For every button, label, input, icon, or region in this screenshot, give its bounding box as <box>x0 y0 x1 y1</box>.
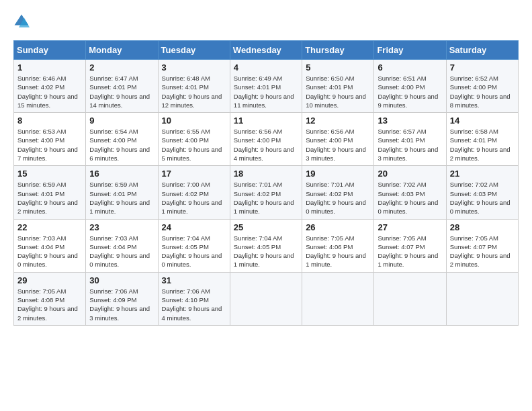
calendar-header-row: SundayMondayTuesdayWednesdayThursdayFrid… <box>14 41 519 60</box>
calendar-cell: 9Sunrise: 6:54 AMSunset: 4:00 PMDaylight… <box>86 113 158 166</box>
calendar-cell: 23Sunrise: 7:03 AMSunset: 4:04 PMDayligh… <box>86 219 158 272</box>
day-number: 13 <box>378 116 442 126</box>
day-info: Sunrise: 6:48 AMSunset: 4:01 PMDaylight:… <box>162 74 226 109</box>
day-info: Sunrise: 7:06 AMSunset: 4:10 PMDaylight:… <box>162 287 226 322</box>
day-number: 24 <box>162 222 226 232</box>
calendar-cell <box>374 272 446 325</box>
day-number: 12 <box>306 116 370 126</box>
day-info: Sunrise: 6:54 AMSunset: 4:00 PMDaylight:… <box>89 127 154 163</box>
day-number: 29 <box>17 275 82 285</box>
day-number: 8 <box>17 116 82 126</box>
day-number: 4 <box>234 62 298 73</box>
day-number: 27 <box>378 222 442 232</box>
calendar-week-row: 22Sunrise: 7:03 AMSunset: 4:04 PMDayligh… <box>14 219 519 272</box>
calendar-week-row: 8Sunrise: 6:53 AMSunset: 4:00 PMDaylight… <box>14 113 519 166</box>
weekday-header: Tuesday <box>158 41 230 60</box>
day-number: 28 <box>450 222 515 232</box>
day-info: Sunrise: 6:55 AMSunset: 4:00 PMDaylight:… <box>162 127 226 163</box>
calendar-cell: 6Sunrise: 6:51 AMSunset: 4:00 PMDaylight… <box>374 60 446 113</box>
day-info: Sunrise: 6:59 AMSunset: 4:01 PMDaylight:… <box>17 180 82 216</box>
day-number: 25 <box>234 222 298 232</box>
calendar-week-row: 1Sunrise: 6:46 AMSunset: 4:02 PMDaylight… <box>14 60 519 113</box>
day-number: 2 <box>89 62 154 73</box>
calendar-week-row: 29Sunrise: 7:05 AMSunset: 4:08 PMDayligh… <box>14 272 519 325</box>
calendar-cell: 3Sunrise: 6:48 AMSunset: 4:01 PMDaylight… <box>158 60 230 113</box>
calendar-cell: 11Sunrise: 6:56 AMSunset: 4:00 PMDayligh… <box>230 113 302 166</box>
calendar-cell: 29Sunrise: 7:05 AMSunset: 4:08 PMDayligh… <box>14 272 86 325</box>
calendar-cell: 30Sunrise: 7:06 AMSunset: 4:09 PMDayligh… <box>86 272 158 325</box>
weekday-header: Monday <box>86 41 158 60</box>
day-number: 19 <box>306 169 370 179</box>
calendar-cell: 5Sunrise: 6:50 AMSunset: 4:01 PMDaylight… <box>302 60 374 113</box>
day-info: Sunrise: 6:53 AMSunset: 4:00 PMDaylight:… <box>17 127 82 163</box>
day-info: Sunrise: 6:52 AMSunset: 4:00 PMDaylight:… <box>450 74 515 109</box>
day-info: Sunrise: 7:04 AMSunset: 4:05 PMDaylight:… <box>162 234 226 269</box>
day-info: Sunrise: 7:05 AMSunset: 4:07 PMDaylight:… <box>450 234 515 269</box>
calendar-table: SundayMondayTuesdayWednesdayThursdayFrid… <box>13 40 519 326</box>
day-number: 15 <box>17 169 82 179</box>
calendar-cell: 31Sunrise: 7:06 AMSunset: 4:10 PMDayligh… <box>158 272 230 325</box>
day-number: 31 <box>162 275 226 285</box>
day-info: Sunrise: 7:03 AMSunset: 4:04 PMDaylight:… <box>89 234 154 269</box>
day-info: Sunrise: 6:59 AMSunset: 4:01 PMDaylight:… <box>89 180 154 216</box>
day-number: 17 <box>162 169 226 179</box>
day-number: 22 <box>17 222 82 232</box>
calendar-cell: 8Sunrise: 6:53 AMSunset: 4:00 PMDaylight… <box>14 113 86 166</box>
day-number: 18 <box>234 169 298 179</box>
calendar-cell <box>302 272 374 325</box>
weekday-header: Wednesday <box>230 41 302 60</box>
day-info: Sunrise: 7:02 AMSunset: 4:03 PMDaylight:… <box>378 180 442 216</box>
day-number: 9 <box>89 116 154 126</box>
day-info: Sunrise: 7:04 AMSunset: 4:05 PMDaylight:… <box>234 234 298 269</box>
calendar-cell: 19Sunrise: 7:01 AMSunset: 4:02 PMDayligh… <box>302 166 374 219</box>
day-number: 5 <box>306 62 370 73</box>
day-number: 10 <box>162 116 226 126</box>
calendar-cell: 18Sunrise: 7:01 AMSunset: 4:02 PMDayligh… <box>230 166 302 219</box>
day-info: Sunrise: 7:05 AMSunset: 4:08 PMDaylight:… <box>17 287 82 322</box>
calendar-cell: 13Sunrise: 6:57 AMSunset: 4:01 PMDayligh… <box>374 113 446 166</box>
day-info: Sunrise: 6:57 AMSunset: 4:01 PMDaylight:… <box>378 127 442 163</box>
calendar-cell: 28Sunrise: 7:05 AMSunset: 4:07 PMDayligh… <box>446 219 518 272</box>
calendar-cell: 27Sunrise: 7:05 AMSunset: 4:07 PMDayligh… <box>374 219 446 272</box>
day-info: Sunrise: 6:51 AMSunset: 4:00 PMDaylight:… <box>378 74 442 109</box>
day-info: Sunrise: 6:56 AMSunset: 4:00 PMDaylight:… <box>306 127 370 163</box>
calendar-cell: 1Sunrise: 6:46 AMSunset: 4:02 PMDaylight… <box>14 60 86 113</box>
calendar-cell: 10Sunrise: 6:55 AMSunset: 4:00 PMDayligh… <box>158 113 230 166</box>
day-info: Sunrise: 6:56 AMSunset: 4:00 PMDaylight:… <box>234 127 298 163</box>
calendar-cell: 16Sunrise: 6:59 AMSunset: 4:01 PMDayligh… <box>86 166 158 219</box>
day-number: 11 <box>234 116 298 126</box>
day-number: 30 <box>89 275 154 285</box>
day-info: Sunrise: 7:02 AMSunset: 4:03 PMDaylight:… <box>450 180 515 216</box>
calendar-cell: 24Sunrise: 7:04 AMSunset: 4:05 PMDayligh… <box>158 219 230 272</box>
calendar-cell: 17Sunrise: 7:00 AMSunset: 4:02 PMDayligh… <box>158 166 230 219</box>
day-number: 14 <box>450 116 515 126</box>
day-info: Sunrise: 7:01 AMSunset: 4:02 PMDaylight:… <box>306 180 370 216</box>
day-info: Sunrise: 6:58 AMSunset: 4:01 PMDaylight:… <box>450 127 515 163</box>
weekday-header: Saturday <box>446 41 518 60</box>
calendar-cell: 14Sunrise: 6:58 AMSunset: 4:01 PMDayligh… <box>446 113 518 166</box>
calendar-cell: 25Sunrise: 7:04 AMSunset: 4:05 PMDayligh… <box>230 219 302 272</box>
day-info: Sunrise: 7:03 AMSunset: 4:04 PMDaylight:… <box>17 234 82 269</box>
calendar-cell: 7Sunrise: 6:52 AMSunset: 4:00 PMDaylight… <box>446 60 518 113</box>
page-header <box>13 13 519 30</box>
calendar-cell: 21Sunrise: 7:02 AMSunset: 4:03 PMDayligh… <box>446 166 518 219</box>
day-number: 21 <box>450 169 515 179</box>
logo-icon <box>13 13 30 30</box>
day-number: 16 <box>89 169 154 179</box>
weekday-header: Sunday <box>14 41 86 60</box>
calendar-cell <box>446 272 518 325</box>
calendar-cell: 4Sunrise: 6:49 AMSunset: 4:01 PMDaylight… <box>230 60 302 113</box>
calendar-cell <box>230 272 302 325</box>
day-info: Sunrise: 6:50 AMSunset: 4:01 PMDaylight:… <box>306 74 370 109</box>
weekday-header: Friday <box>374 41 446 60</box>
day-number: 26 <box>306 222 370 232</box>
calendar-week-row: 15Sunrise: 6:59 AMSunset: 4:01 PMDayligh… <box>14 166 519 219</box>
day-number: 6 <box>378 62 442 73</box>
calendar-cell: 2Sunrise: 6:47 AMSunset: 4:01 PMDaylight… <box>86 60 158 113</box>
day-info: Sunrise: 6:47 AMSunset: 4:01 PMDaylight:… <box>89 74 154 109</box>
day-info: Sunrise: 7:05 AMSunset: 4:06 PMDaylight:… <box>306 234 370 269</box>
day-info: Sunrise: 6:49 AMSunset: 4:01 PMDaylight:… <box>234 74 298 109</box>
day-info: Sunrise: 7:06 AMSunset: 4:09 PMDaylight:… <box>89 287 154 322</box>
calendar-cell: 15Sunrise: 6:59 AMSunset: 4:01 PMDayligh… <box>14 166 86 219</box>
calendar-cell: 12Sunrise: 6:56 AMSunset: 4:00 PMDayligh… <box>302 113 374 166</box>
